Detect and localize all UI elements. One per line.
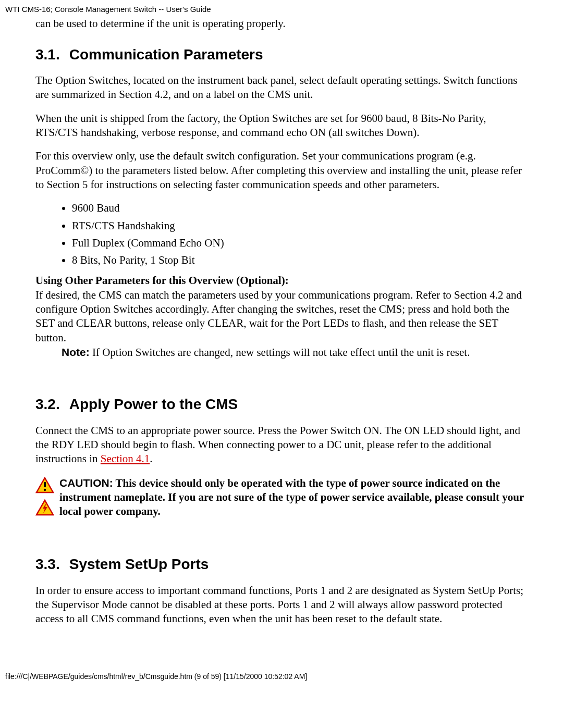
body-paragraph: In order to ensure access to important c… bbox=[35, 584, 528, 626]
section-title: Communication Parameters bbox=[69, 46, 263, 63]
svg-point-2 bbox=[44, 488, 46, 490]
svg-rect-1 bbox=[44, 482, 46, 487]
caution-label: CAUTION: bbox=[59, 477, 113, 489]
caution-text: CAUTION: This device should only be oper… bbox=[59, 476, 528, 519]
section-3-2-heading: 3.2.Apply Power to the CMS bbox=[35, 395, 528, 414]
body-text: If desired, the CMS can match the parame… bbox=[35, 289, 522, 344]
caution-icons bbox=[35, 476, 54, 520]
caution-body: This device should only be operated with… bbox=[59, 477, 524, 518]
page-header-title: WTI CMS-16; Console Management Switch --… bbox=[0, 0, 563, 17]
section-number: 3.1. bbox=[35, 46, 60, 63]
page-content: can be used to determine if the unit is … bbox=[0, 17, 563, 626]
warning-triangle-icon bbox=[35, 477, 54, 497]
body-paragraph: Using Other Parameters for this Overview… bbox=[35, 274, 528, 344]
note-text: If Option Switches are changed, new sett… bbox=[90, 346, 470, 359]
list-item: RTS/CTS Handshaking bbox=[72, 219, 528, 233]
body-paragraph: For this overview only, use the default … bbox=[35, 149, 528, 192]
list-item: 9600 Baud bbox=[72, 201, 528, 215]
body-text: . bbox=[150, 452, 152, 465]
section-number: 3.2. bbox=[35, 396, 60, 412]
body-paragraph: When the unit is shipped from the factor… bbox=[35, 112, 528, 140]
list-item: Full Duplex (Command Echo ON) bbox=[72, 236, 528, 250]
section-title: Apply Power to the CMS bbox=[69, 396, 238, 412]
electrical-hazard-icon bbox=[35, 499, 54, 520]
section-number: 3.3. bbox=[35, 556, 60, 572]
list-item: 8 Bits, No Parity, 1 Stop Bit bbox=[72, 253, 528, 267]
caution-block: CAUTION: This device should only be oper… bbox=[35, 476, 528, 520]
body-paragraph: Connect the CMS to an appropriate power … bbox=[35, 424, 528, 466]
parameter-list: 9600 Baud RTS/CTS Handshaking Full Duple… bbox=[72, 201, 528, 267]
note-label: Note: bbox=[62, 346, 90, 358]
section-3-3-heading: 3.3.System SetUp Ports bbox=[35, 555, 528, 574]
note-block: Note: If Option Switches are changed, ne… bbox=[62, 345, 512, 360]
section-3-1-heading: 3.1.Communication Parameters bbox=[35, 45, 528, 64]
intro-paragraph: can be used to determine if the unit is … bbox=[35, 17, 528, 31]
body-paragraph: The Option Switches, located on the inst… bbox=[35, 73, 528, 102]
section-4-1-link[interactable]: Section 4.1 bbox=[101, 452, 150, 465]
sub-heading: Using Other Parameters for this Overview… bbox=[35, 274, 289, 287]
page-footer: file:///C|/WEBPAGE/guides/cms/html/rev_b… bbox=[0, 635, 563, 685]
section-title: System SetUp Ports bbox=[69, 556, 209, 572]
